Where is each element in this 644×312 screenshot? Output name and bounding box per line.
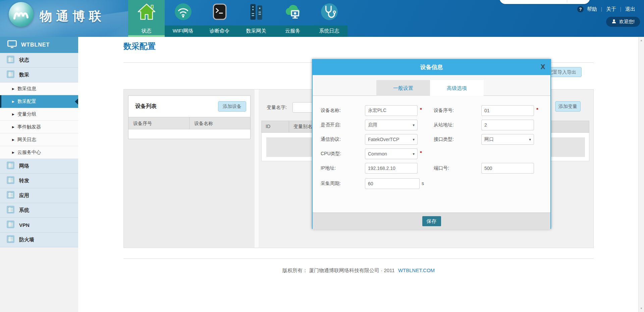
device-serial-field[interactable] — [481, 105, 534, 116]
nav-item-wifi[interactable]: WIFI网络 — [165, 0, 201, 37]
sidebar-title: WTBLNET — [21, 42, 50, 48]
poll-period-label: 采集周期: — [321, 181, 341, 187]
top-header: 物通博联 状态 — [0, 0, 644, 37]
device-list-header: 设备列表 添加设备 — [128, 96, 250, 117]
welcome-pill[interactable]: 欢迎您! — [606, 17, 640, 27]
cpu-type-label: CPU类型: — [321, 151, 341, 157]
gateway-icon — [247, 2, 266, 21]
sidebar-item-shucai[interactable]: 数采 — [0, 68, 78, 82]
page-scrollbar[interactable]: ▲ ▼ — [638, 37, 644, 312]
nav-label: WIFI网络 — [165, 25, 201, 37]
required-marker: * — [420, 150, 422, 155]
grid-icon — [7, 176, 14, 185]
save-button[interactable]: 保存 — [422, 216, 441, 226]
nav-item-diagnostics[interactable]: 诊断命令 — [201, 0, 238, 37]
sidebar-item-variable-group[interactable]: ▶ 变量分组 — [0, 108, 78, 121]
column-divider — [289, 121, 289, 132]
app-root: 物通博联 状态 — [0, 0, 644, 312]
required-marker: * — [536, 107, 538, 112]
sidebar-item-app[interactable]: 应用 — [0, 188, 78, 203]
interface-type-select[interactable]: 网口 ▾ — [481, 134, 534, 145]
panel-gap — [255, 89, 259, 248]
welcome-text: 欢迎您! — [619, 19, 635, 25]
stethoscope-icon — [320, 2, 339, 21]
sidebar-item-shucai-info[interactable]: ▶ 数采信息 — [0, 82, 78, 95]
port-field[interactable] — [481, 163, 534, 174]
nav-label: 系统日志 — [311, 25, 347, 37]
help-link[interactable]: 帮助 — [586, 6, 598, 12]
device-name-field[interactable] — [365, 105, 418, 116]
protocol-label: 通信协议: — [321, 136, 341, 142]
sidebar-item-label: 数采 — [19, 72, 29, 78]
device-list-card: 设备列表 添加设备 设备序号 设备名称 — [128, 96, 251, 139]
arrow-right-icon: ▶ — [12, 138, 14, 141]
sidebar-item-label: 系统 — [19, 207, 29, 213]
poll-period-unit: s — [422, 181, 424, 186]
sidebar-item-network[interactable]: 网络 — [0, 159, 78, 174]
protocol-select[interactable]: FatekOverTCP ▾ — [365, 134, 418, 145]
sidebar: WTBLNET 状态 数采 ▶ 数采信息 ▶ 数采配置 ▶ 变量分组 ▶ 事件触… — [0, 37, 78, 312]
header-search-box[interactable] — [499, 0, 590, 4]
grid-icon — [7, 206, 14, 215]
terminal-icon — [210, 2, 229, 21]
logout-link[interactable]: 退出 — [624, 6, 637, 12]
logo-text: 物通博联 — [40, 8, 105, 25]
header-search-input[interactable] — [504, 0, 565, 3]
sidebar-item-vpn[interactable]: VPN — [0, 218, 78, 233]
required-marker: * — [420, 107, 422, 112]
sidebar-item-label: 网络 — [19, 163, 29, 169]
sidebar-header: WTBLNET — [0, 37, 78, 53]
help-icon: ? — [577, 6, 584, 12]
ip-address-label: IP地址: — [321, 165, 336, 171]
slave-address-field[interactable] — [481, 120, 534, 130]
enabled-select[interactable]: 启用 ▾ — [365, 120, 418, 130]
poll-period-field[interactable] — [365, 178, 420, 189]
arrow-right-icon: ▶ — [12, 100, 14, 103]
sidebar-item-label: 状态 — [19, 57, 29, 63]
interface-type-label: 接口类型: — [434, 136, 454, 142]
sidebar-item-label: 数采配置 — [17, 99, 36, 105]
footer-divider — [123, 258, 594, 259]
cloud-icon — [283, 2, 302, 21]
scroll-up-icon[interactable]: ▲ — [639, 39, 644, 42]
sidebar-item-label: 转发 — [19, 178, 29, 184]
sidebar-item-label: VPN — [19, 222, 30, 228]
nav-item-syslog[interactable]: 系统日志 — [311, 0, 347, 37]
home-icon — [137, 2, 156, 21]
grid-icon — [7, 191, 14, 200]
add-device-button[interactable]: 添加设备 — [218, 101, 246, 112]
arrow-right-icon: ▶ — [12, 113, 14, 116]
wtblnet-link[interactable]: WTBLNET.COM — [398, 267, 435, 273]
sidebar-item-shucai-config[interactable]: ▶ 数采配置 — [0, 95, 78, 108]
ip-address-field[interactable] — [365, 163, 418, 174]
sidebar-item-status[interactable]: 状态 — [0, 53, 78, 68]
interface-type-value: 网口 — [484, 136, 494, 142]
grid-icon — [7, 235, 14, 244]
add-variable-button[interactable]: 添加变量 — [555, 101, 581, 112]
sidebar-item-firewall[interactable]: 防火墙 — [0, 233, 78, 247]
port-label: 端口号: — [434, 165, 449, 171]
tab-general-settings[interactable]: 一般设置 — [376, 80, 430, 96]
nav-label: 诊断命令 — [201, 25, 238, 37]
sidebar-item-system[interactable]: 系统 — [0, 203, 78, 218]
nav-item-status[interactable]: 状态 — [128, 0, 165, 37]
chevron-down-icon: ▾ — [413, 137, 415, 142]
sidebar-item-gateway-log[interactable]: ▶ 网关日志 — [0, 133, 78, 146]
chevron-down-icon: ▾ — [529, 137, 531, 142]
page-title: 数采配置 — [123, 41, 156, 52]
nav-label: 云服务 — [274, 25, 311, 37]
sidebar-item-forward[interactable]: 转发 — [0, 174, 78, 188]
about-link[interactable]: 关于 — [605, 6, 618, 12]
sidebar-item-event-trigger[interactable]: ▶ 事件触发器 — [0, 121, 78, 133]
scroll-down-icon[interactable]: ▼ — [639, 307, 644, 310]
nav-item-cloud[interactable]: 云服务 — [274, 0, 311, 37]
close-icon[interactable]: X — [541, 63, 545, 71]
sidebar-item-cloud-center[interactable]: ▶ 云服务中心 — [0, 146, 78, 159]
sidebar-item-label: 数采信息 — [17, 86, 36, 92]
sidebar-item-label: 防火墙 — [19, 237, 34, 243]
tab-advanced-options[interactable]: 高级选项 — [430, 80, 484, 96]
nav-item-gateway[interactable]: 数采网关 — [238, 0, 274, 37]
slave-address-label: 从站地址: — [434, 122, 454, 128]
main-nav: 状态 WIFI网络 — [128, 0, 347, 37]
cpu-type-select[interactable]: Common ▾ — [365, 148, 418, 159]
